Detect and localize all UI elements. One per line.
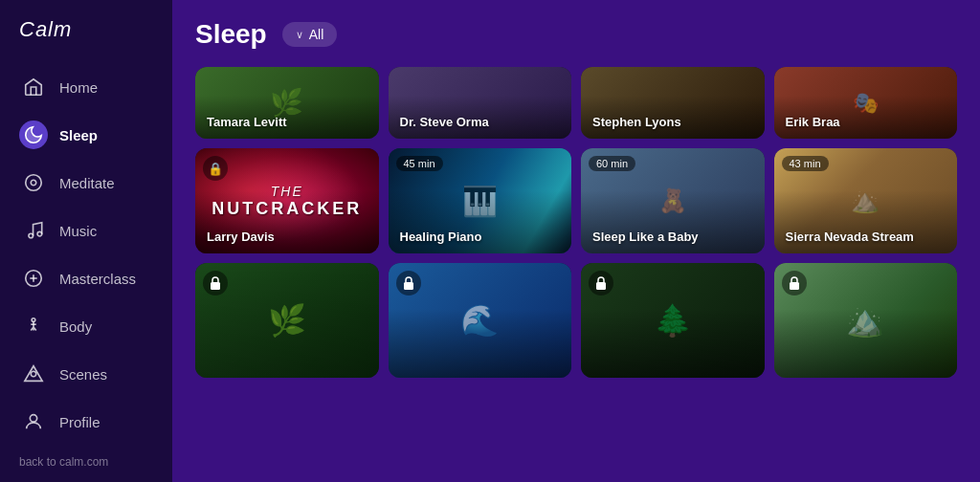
card-sierra[interactable]: ⛰️ 43 min Sierra Nevada Stream [774,148,958,253]
sidebar: Calm Home Sleep Meditate [0,0,172,482]
music-icon-wrap [19,216,48,245]
sleep-icon [23,124,44,145]
masterclass-icon-wrap [19,264,48,293]
card-stephen[interactable]: Stephen Lyons [581,67,765,139]
main-content: Sleep ∨ All 🌿 Tamara Levitt Dr. Steve Or… [172,0,980,482]
sleep-icon-wrap [19,120,48,149]
card-rain[interactable]: 🌿 [195,263,379,378]
svg-point-0 [26,175,42,191]
scenes-icon [23,363,44,384]
sidebar-item-body[interactable]: Body [0,302,172,350]
meditate-icon [23,172,44,193]
card-erik[interactable]: 🎭 Erik Braa [774,67,958,139]
page-title: Sleep [195,19,267,50]
card-baby[interactable]: 🧸 60 min Sleep Like a Baby [581,148,765,253]
card-stephen-label: Stephen Lyons [592,115,681,129]
card-forest[interactable]: 🌲 [581,263,765,378]
sidebar-item-music[interactable]: Music [0,207,172,254]
ocean-lock-icon [396,271,421,296]
scenes-label: Scenes [59,366,107,383]
rain-lock-icon [203,271,228,296]
svg-point-1 [31,180,36,186]
body-icon-wrap [19,312,48,340]
card-tamara-label: Tamara Levitt [207,115,287,129]
sidebar-item-scenes[interactable]: Scenes [0,350,172,398]
home-icon [23,77,44,98]
baby-badge: 60 min [589,156,635,171]
svg-rect-13 [404,282,413,290]
filter-label: All [309,27,324,42]
page-header: Sleep ∨ All [195,19,957,50]
card-baby-label: Sleep Like a Baby [592,230,699,244]
profile-label: Profile [59,414,100,430]
svg-rect-14 [596,282,606,290]
profile-icon [23,411,44,432]
meditate-icon-wrap [19,168,48,197]
card-mountain[interactable]: 🏔️ [774,263,958,378]
sidebar-item-meditate[interactable]: Meditate [0,159,172,207]
svg-point-7 [32,318,35,322]
svg-rect-12 [211,282,220,290]
logo-area: Calm [0,17,172,63]
forest-lock-icon [589,271,613,296]
svg-marker-9 [25,366,42,382]
svg-rect-15 [790,282,799,290]
back-to-calm-link[interactable]: back to calm.com [0,446,172,478]
scenes-icon-wrap [19,360,48,388]
sidebar-item-masterclass[interactable]: Masterclass [0,254,172,302]
card-sierra-label: Sierra Nevada Stream [786,230,914,244]
masterclass-label: Masterclass [59,271,136,287]
sidebar-item-profile[interactable]: Profile [0,398,172,446]
body-icon [23,316,44,337]
home-label: Home [59,79,98,96]
card-ocean[interactable]: 🌊 [389,263,572,378]
music-icon [23,220,44,241]
card-erik-label: Erik Braa [786,115,840,129]
body-label: Body [59,318,92,335]
card-larry-label: Larry Davis [207,230,275,244]
music-label: Music [59,223,97,239]
mountain-lock-icon [782,271,807,296]
piano-badge: 45 min [396,156,443,171]
home-icon-wrap [19,73,48,101]
meditate-label: Meditate [59,175,115,191]
card-larry[interactable]: 🔒 The Nutcracker Larry Davis [195,148,379,253]
card-piano[interactable]: 🎹 45 min Healing Piano [389,148,572,253]
card-piano-label: Healing Piano [400,230,482,244]
card-steve-label: Dr. Steve Orma [400,115,489,129]
card-steve[interactable]: Dr. Steve Orma [389,67,572,139]
svg-point-11 [30,415,36,422]
content-grid: 🌿 Tamara Levitt Dr. Steve Orma Stephen L… [195,67,957,378]
sierra-badge: 43 min [782,156,829,171]
sleep-label: Sleep [59,127,98,143]
filter-dropdown[interactable]: ∨ All [282,22,338,47]
sidebar-item-sleep[interactable]: Sleep [0,111,172,159]
svg-point-10 [31,371,36,377]
sidebar-item-home[interactable]: Home [0,63,172,111]
profile-icon-wrap [19,407,48,436]
masterclass-icon [23,268,44,289]
card-tamara[interactable]: 🌿 Tamara Levitt [195,67,379,139]
filter-chevron-icon: ∨ [296,29,303,41]
app-logo: Calm [19,17,72,41]
